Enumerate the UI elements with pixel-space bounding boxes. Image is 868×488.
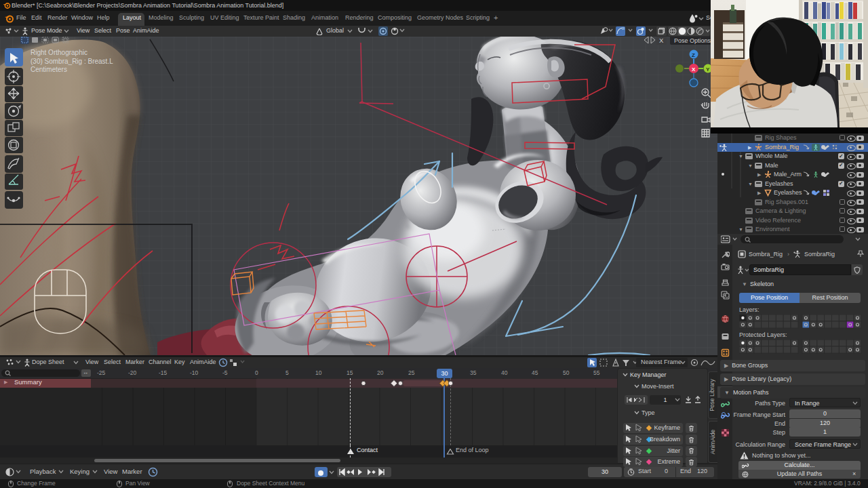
svg-text:Right Orthographic: Right Orthographic — [31, 49, 87, 56]
svg-text:Y: Y — [706, 66, 710, 73]
svg-text:X: X — [692, 66, 696, 73]
svg-text:Pose Options: Pose Options — [674, 37, 711, 44]
svg-text:(30) Sombra_Rig : Breast.L: (30) Sombra_Rig : Breast.L — [31, 58, 113, 65]
svg-text:X: X — [659, 37, 664, 44]
svg-text:Centimeters: Centimeters — [31, 66, 67, 73]
svg-text:Z: Z — [692, 52, 695, 58]
